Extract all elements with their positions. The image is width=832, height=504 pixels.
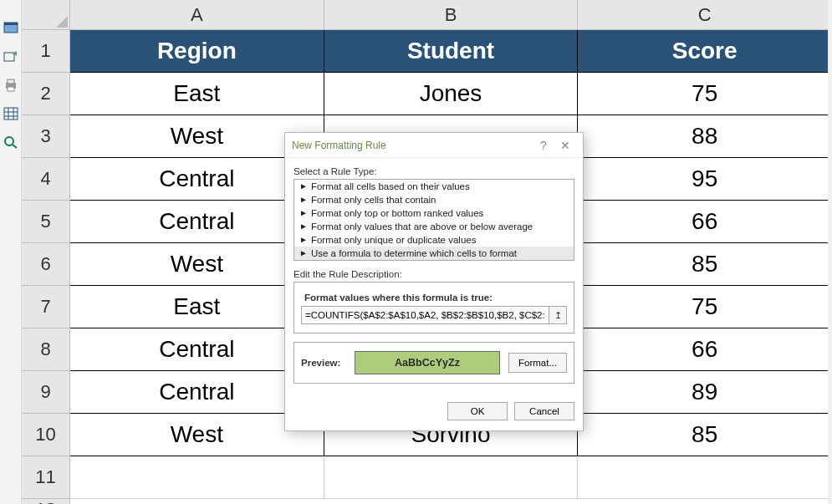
help-button[interactable]: ?	[533, 139, 554, 152]
cell[interactable]: 85	[578, 414, 832, 456]
format-button[interactable]: Format...	[508, 353, 567, 373]
bullet-icon: ►	[299, 196, 308, 204]
cell[interactable]: 88	[578, 115, 832, 158]
row-header[interactable]: 1	[22, 30, 70, 73]
ok-button[interactable]: OK	[447, 402, 508, 420]
find-icon[interactable]	[3, 135, 18, 149]
row-header[interactable]: 3	[22, 115, 70, 158]
cell[interactable]	[578, 456, 832, 499]
row-header[interactable]: 5	[22, 201, 70, 243]
edit-rule-description-label: Edit the Rule Description:	[293, 269, 574, 279]
cell[interactable]: 85	[578, 243, 832, 286]
cell[interactable]: 95	[578, 158, 832, 201]
row-headers: 1 2 3 4 5 6 7 8 9 10 11 12	[22, 30, 70, 504]
svg-line-12	[13, 145, 17, 148]
table-header-row: Region Student Score	[70, 30, 832, 73]
dialog-buttons: OK Cancel	[285, 394, 583, 430]
column-headers: A B C	[70, 0, 832, 30]
cell[interactable]: Region	[70, 30, 324, 73]
svg-marker-13	[56, 16, 68, 28]
row-header[interactable]: 6	[22, 243, 70, 286]
bullet-icon: ►	[299, 249, 308, 257]
bullet-icon: ►	[299, 222, 308, 231]
rule-type-item[interactable]: ►Format only top or bottom ranked values	[294, 206, 574, 220]
rule-type-item[interactable]: ►Format only cells that contain	[294, 193, 574, 206]
row-header[interactable]: 12	[22, 499, 70, 504]
svg-rect-1	[4, 23, 18, 25]
cell[interactable]: Score	[578, 30, 832, 73]
col-header-a[interactable]: A	[70, 0, 324, 29]
cell[interactable]	[70, 456, 324, 499]
select-all-corner[interactable]	[22, 0, 70, 30]
cell[interactable]: Jones	[324, 73, 579, 115]
row-header[interactable]: 8	[22, 328, 70, 371]
row-header[interactable]: 9	[22, 371, 70, 414]
preview-section: Preview: AaBbCcYyZz Format...	[293, 342, 574, 384]
cell[interactable]: Student	[324, 30, 579, 73]
bullet-icon: ►	[299, 182, 308, 191]
sheet-icon[interactable]	[3, 22, 18, 35]
print-icon[interactable]	[3, 79, 18, 92]
cell[interactable]: 89	[578, 371, 832, 414]
dialog-body: Select a Rule Type: ►Format all cells ba…	[285, 158, 583, 394]
formula-label: Format values where this formula is true…	[299, 288, 569, 306]
dialog-title: New Formatting Rule	[292, 140, 386, 151]
share-icon[interactable]	[3, 50, 18, 64]
cancel-button[interactable]: Cancel	[514, 402, 574, 420]
rule-type-label: Use a formula to determine which cells t…	[311, 248, 517, 258]
col-header-b[interactable]: B	[324, 0, 579, 29]
cell[interactable]: 66	[578, 201, 832, 243]
bullet-icon: ►	[299, 209, 308, 217]
rule-type-label: Format only unique or duplicate values	[311, 235, 477, 245]
cell[interactable]: 66	[578, 328, 832, 371]
row-header[interactable]: 2	[22, 73, 70, 115]
rule-type-label: Format only values that are above or bel…	[311, 221, 533, 232]
rule-type-label: Format all cells based on their values	[311, 181, 470, 191]
row-header[interactable]: 4	[22, 158, 70, 201]
dialog-titlebar[interactable]: New Formatting Rule ? ✕	[285, 133, 583, 158]
preview-swatch: AaBbCcYyZz	[355, 351, 500, 374]
grid-icon[interactable]	[3, 107, 18, 120]
cell[interactable]: 75	[578, 286, 832, 328]
bullet-icon: ►	[299, 236, 308, 244]
rule-type-item[interactable]: ►Format all cells based on their values	[294, 180, 574, 193]
cell[interactable]: 75	[578, 73, 832, 115]
close-button[interactable]: ✕	[554, 139, 576, 152]
rule-type-item[interactable]: ►Use a formula to determine which cells …	[294, 247, 574, 260]
collapse-icon: ↥	[554, 310, 562, 321]
rule-type-item[interactable]: ►Format only values that are above or be…	[294, 220, 574, 233]
table-row: East Jones 75	[70, 73, 832, 115]
left-toolbar	[0, 0, 22, 504]
table-row	[70, 456, 832, 499]
collapse-dialog-button[interactable]: ↥	[549, 306, 567, 324]
row-header[interactable]: 10	[22, 414, 70, 456]
svg-rect-5	[8, 87, 14, 91]
select-rule-type-label: Select a Rule Type:	[293, 166, 574, 176]
formula-input[interactable]	[301, 306, 549, 324]
rule-type-list[interactable]: ►Format all cells based on their values …	[293, 179, 574, 261]
rule-type-item[interactable]: ►Format only unique or duplicate values	[294, 233, 574, 247]
cell[interactable]: East	[70, 73, 324, 115]
new-formatting-rule-dialog: New Formatting Rule ? ✕ Select a Rule Ty…	[284, 132, 584, 431]
cell[interactable]	[324, 456, 579, 499]
col-header-c[interactable]: C	[578, 0, 832, 29]
row-header[interactable]: 7	[22, 286, 70, 328]
svg-rect-6	[4, 108, 18, 120]
rule-type-label: Format only top or bottom ranked values	[311, 208, 483, 218]
vertical-scrollbar[interactable]	[828, 0, 832, 504]
svg-rect-4	[8, 79, 14, 84]
formula-section: Format values where this formula is true…	[293, 282, 574, 333]
preview-label: Preview:	[301, 358, 346, 368]
row-header[interactable]: 11	[22, 456, 70, 499]
rule-type-label: Format only cells that contain	[311, 195, 436, 205]
svg-point-11	[5, 137, 13, 145]
